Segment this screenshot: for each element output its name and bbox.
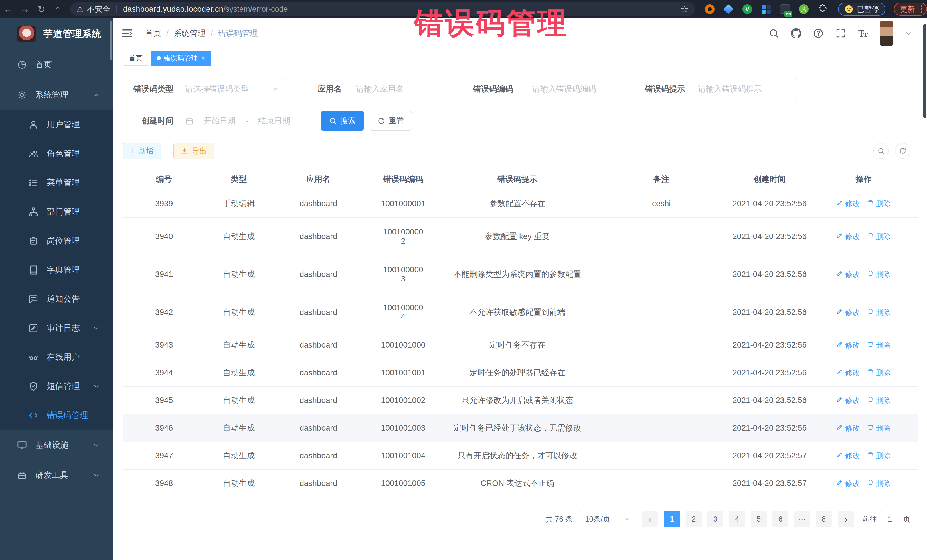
error-type-select[interactable]: 请选择错误码类型	[178, 79, 286, 99]
cell-remark	[593, 480, 730, 486]
sidebar-item-5[interactable]: 部门管理	[0, 197, 112, 226]
sidebar-item-14[interactable]: 研发工具	[0, 460, 112, 490]
address-bar[interactable]: ⚠ 不安全 dashboard.yudao.iocoder.cn/system/…	[70, 2, 695, 16]
page-ellipsis[interactable]: ···	[794, 511, 810, 527]
table-row: 3946自动生成dashboard1001001003定时任务已经处于该状态，无…	[123, 414, 918, 442]
user-avatar[interactable]	[880, 21, 894, 46]
app-logo	[17, 26, 36, 42]
toggle-search-button[interactable]	[873, 143, 889, 159]
sidebar-item-11[interactable]: 短信管理	[0, 372, 112, 401]
back-icon[interactable]: ←	[0, 3, 17, 15]
sidebar-item-6[interactable]: 岗位管理	[0, 226, 112, 255]
export-button[interactable]: 导出	[173, 143, 214, 159]
sidebar-item-7[interactable]: 字典管理	[0, 255, 112, 285]
extension-gem-icon[interactable]	[723, 4, 734, 14]
page-size-select[interactable]: 10条/页	[580, 511, 635, 527]
page-button-1[interactable]: 1	[664, 511, 680, 527]
page-button-8[interactable]: 8	[816, 511, 832, 527]
sidebar-item-1[interactable]: 系统管理	[0, 80, 112, 110]
sidebar-toggle-icon[interactable]	[121, 27, 133, 39]
sidebar: 芋道管理系统 首页系统管理用户管理角色管理菜单管理部门管理岗位管理字典管理通知公…	[0, 18, 112, 560]
cell-app: dashboard	[272, 393, 365, 408]
extensions-puzzle-icon[interactable]	[818, 4, 828, 14]
extension-person-icon[interactable]	[799, 4, 809, 14]
delete-link[interactable]: 删除	[867, 269, 891, 279]
tag-1[interactable]: 错误码管理×	[152, 51, 211, 65]
page-scrollbar[interactable]	[923, 24, 926, 118]
sidebar-item-9[interactable]: 审计日志	[0, 314, 112, 343]
page-button-2[interactable]: 2	[686, 511, 702, 527]
edit-link[interactable]: 修改	[836, 232, 860, 241]
search-button[interactable]: 搜索	[321, 111, 364, 131]
breadcrumb-system[interactable]: 系统管理	[174, 28, 206, 39]
github-icon[interactable]	[791, 28, 801, 39]
error-hint-input[interactable]	[698, 84, 789, 94]
table-row: 3947自动生成dashboard1001001004只有开启状态的任务，才可以…	[123, 442, 918, 470]
home-icon[interactable]: ⌂	[50, 3, 66, 15]
edit-link[interactable]: 修改	[836, 368, 860, 378]
delete-link[interactable]: 删除	[867, 478, 891, 489]
page-button-3[interactable]: 3	[707, 511, 723, 527]
delete-link[interactable]: 删除	[867, 232, 891, 241]
sidebar-item-10[interactable]: 在线用户	[0, 343, 112, 372]
next-page-button[interactable]: ›	[838, 511, 854, 527]
delete-link[interactable]: 删除	[867, 368, 891, 378]
edit-link[interactable]: 修改	[836, 340, 860, 350]
bookmark-star-icon[interactable]: ☆	[680, 4, 688, 15]
font-size-icon[interactable]	[857, 28, 868, 39]
sidebar-item-3[interactable]: 角色管理	[0, 139, 112, 168]
sidebar-item-2[interactable]: 用户管理	[0, 110, 112, 139]
goto-page-input[interactable]	[881, 511, 899, 527]
tag-0[interactable]: 首页	[123, 51, 148, 65]
sidebar-item-0[interactable]: 首页	[0, 50, 112, 80]
delete-link[interactable]: 删除	[867, 307, 891, 317]
sidebar-scrollbar[interactable]	[110, 21, 112, 61]
paused-badge[interactable]: 已暂停	[838, 3, 885, 16]
page-button-5[interactable]: 5	[751, 511, 767, 527]
cell-actions: 修改删除	[810, 337, 918, 353]
refresh-icon[interactable]: ↻	[33, 3, 50, 15]
prev-page-button[interactable]: ‹	[642, 511, 658, 527]
reset-button[interactable]: 重置	[370, 111, 412, 131]
app-logo-row[interactable]: 芋道管理系统	[0, 18, 112, 50]
sidebar-item-8[interactable]: 通知公告	[0, 285, 112, 314]
edit-link[interactable]: 修改	[836, 269, 860, 279]
breadcrumb-home[interactable]: 首页	[145, 28, 161, 39]
extension-dark-icon[interactable]: on	[780, 4, 790, 14]
security-chip[interactable]: ⚠ 不安全	[76, 4, 110, 14]
sidebar-item-12[interactable]: 错误码管理	[0, 401, 112, 430]
search-icon[interactable]	[768, 28, 779, 39]
delete-link[interactable]: 删除	[867, 396, 891, 405]
help-icon[interactable]	[813, 28, 824, 39]
update-button[interactable]: 更新	[894, 3, 927, 16]
add-button[interactable]: + 新增	[123, 143, 161, 159]
app-name-input[interactable]	[356, 84, 453, 94]
edit-link[interactable]: 修改	[836, 396, 860, 405]
extension-grid-icon[interactable]	[761, 4, 771, 14]
edit-link[interactable]: 修改	[836, 423, 860, 433]
refresh-table-button[interactable]	[895, 143, 910, 159]
delete-link[interactable]: 删除	[867, 340, 891, 350]
extension-orange-icon[interactable]	[705, 4, 715, 14]
sidebar-item-4[interactable]: 菜单管理	[0, 168, 112, 197]
start-date-input[interactable]: 开始日期	[198, 115, 241, 126]
delete-link[interactable]: 删除	[867, 423, 891, 433]
edit-link[interactable]: 修改	[836, 307, 860, 317]
browser-menu-icon[interactable]	[921, 5, 922, 13]
date-range-picker[interactable]: 开始日期 - 结束日期	[178, 111, 315, 131]
cell-remark	[593, 370, 730, 375]
forward-icon[interactable]: →	[17, 3, 33, 15]
sidebar-item-13[interactable]: 基础设施	[0, 430, 112, 460]
end-date-input[interactable]: 结束日期	[253, 115, 295, 126]
close-tag-icon[interactable]: ×	[201, 55, 205, 62]
edit-link[interactable]: 修改	[836, 451, 860, 461]
page-button-4[interactable]: 4	[729, 511, 745, 527]
delete-link[interactable]: 删除	[867, 451, 891, 461]
delete-link[interactable]: 删除	[867, 199, 891, 209]
fullscreen-icon[interactable]	[835, 28, 846, 39]
error-code-input[interactable]	[532, 84, 622, 94]
edit-link[interactable]: 修改	[836, 478, 860, 489]
page-button-6[interactable]: 6	[772, 511, 789, 527]
edit-link[interactable]: 修改	[836, 199, 860, 209]
extension-v-icon[interactable]: V	[742, 4, 752, 14]
